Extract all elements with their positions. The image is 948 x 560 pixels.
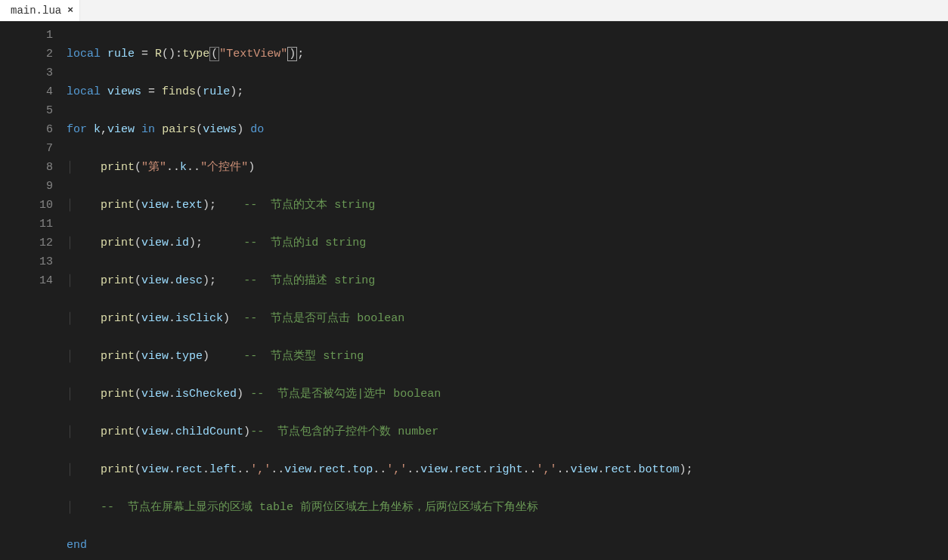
line-number: 9 xyxy=(0,177,53,196)
line-number: 10 xyxy=(0,196,53,215)
tab-bar: main.lua × xyxy=(0,0,948,21)
code-line: │ print(view.text); -- 节点的文本 string xyxy=(67,196,948,215)
code-line: │ print(view.type) -- 节点类型 string xyxy=(67,347,948,366)
line-number: 5 xyxy=(0,101,53,120)
code-line: end xyxy=(67,536,948,555)
code-line: │ print(view.childCount)-- 节点包含的子控件个数 nu… xyxy=(67,422,948,441)
code-line: │ print(view.isClick) -- 节点是否可点击 boolean xyxy=(67,309,948,328)
code-line: │ print(view.rect.left..','..view.rect.t… xyxy=(67,460,948,479)
line-number: 1 xyxy=(0,26,53,45)
file-tab[interactable]: main.lua × xyxy=(0,0,80,21)
code-line: │ -- 节点在屏幕上显示的区域 table 前两位区域左上角坐标，后两位区域右… xyxy=(67,498,948,517)
close-icon[interactable]: × xyxy=(67,5,73,15)
line-number: 7 xyxy=(0,139,53,158)
line-number: 13 xyxy=(0,252,53,271)
code-editor[interactable]: 1 2 3 4 5 6 7 8 9 10 11 12 13 14 local r… xyxy=(0,21,948,560)
line-number: 6 xyxy=(0,120,53,139)
tab-filename: main.lua xyxy=(11,5,61,17)
line-number: 2 xyxy=(0,45,53,63)
code-line: local views = finds(rule); xyxy=(67,82,948,101)
line-number: 11 xyxy=(0,215,53,234)
line-number: 8 xyxy=(0,158,53,177)
line-number: 4 xyxy=(0,82,53,101)
code-content[interactable]: local rule = R():type("TextView"); local… xyxy=(67,21,948,560)
line-number-gutter: 1 2 3 4 5 6 7 8 9 10 11 12 13 14 xyxy=(0,21,67,560)
line-number: 3 xyxy=(0,63,53,82)
code-line: for k,view in pairs(views) do xyxy=(67,120,948,139)
line-number: 14 xyxy=(0,271,53,290)
line-number: 12 xyxy=(0,234,53,252)
code-line: │ print(view.id); -- 节点的id string xyxy=(67,234,948,252)
code-line: │ print(view.isChecked) -- 节点是否被勾选|选中 bo… xyxy=(67,385,948,404)
code-line: │ print(view.desc); -- 节点的描述 string xyxy=(67,271,948,290)
code-line: local rule = R():type("TextView"); xyxy=(67,45,948,63)
code-line: │ print("第"..k.."个控件") xyxy=(67,158,948,177)
